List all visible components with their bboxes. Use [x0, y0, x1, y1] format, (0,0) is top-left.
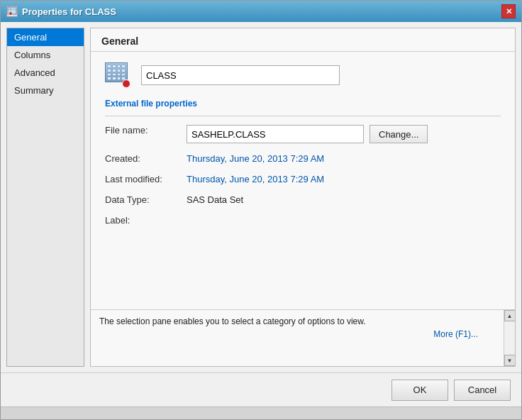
file-name-row: File name: Change... — [105, 125, 501, 143]
main-content: General Columns Advanced Summary General — [1, 22, 521, 372]
last-modified-label: Last modified: — [105, 174, 187, 184]
dataset-badge — [122, 79, 130, 88]
info-scrollbar: ▲ ▼ — [504, 310, 515, 366]
file-name-label: File name: — [105, 125, 187, 136]
content-area: General — [90, 28, 516, 367]
content-body: External file properties File name: Chan… — [91, 52, 515, 309]
svg-rect-3 — [9, 12, 12, 15]
content-header: General — [91, 28, 515, 52]
name-row — [105, 62, 501, 88]
data-type-label: Data Type: — [105, 194, 187, 205]
sidebar-item-summary[interactable]: Summary — [7, 82, 84, 99]
properties-window: Properties for CLASS ✕ General Columns A… — [0, 0, 522, 420]
info-area: The selection pane enables you to select… — [91, 309, 515, 366]
label-label: Label: — [105, 215, 187, 226]
data-type-row: Data Type: SAS Data Set — [105, 194, 501, 205]
created-label: Created: — [105, 153, 187, 164]
change-button[interactable]: Change... — [370, 125, 428, 143]
name-input[interactable] — [141, 65, 340, 85]
title-buttons: ✕ — [501, 4, 516, 18]
last-modified-value: Thursday, June 20, 2013 7:29 AM — [187, 174, 324, 184]
footer: OK Cancel — [1, 372, 521, 407]
last-modified-row: Last modified: Thursday, June 20, 2013 7… — [105, 174, 501, 184]
section-divider — [105, 116, 501, 116]
dataset-icon — [105, 62, 130, 88]
more-link[interactable]: More (F1)... — [433, 329, 478, 339]
data-type-value: SAS Data Set — [187, 194, 243, 205]
more-link-row: More (F1)... — [99, 329, 492, 339]
label-row: Label: — [105, 215, 501, 226]
window-title: Properties for CLASS — [22, 6, 116, 17]
window-icon — [6, 6, 18, 17]
close-button[interactable]: ✕ — [501, 4, 516, 18]
status-bar — [1, 407, 521, 419]
created-row: Created: Thursday, June 20, 2013 7:29 AM — [105, 153, 501, 164]
scroll-up-arrow[interactable]: ▲ — [504, 310, 516, 321]
title-bar-left: Properties for CLASS — [6, 6, 116, 17]
sidebar: General Columns Advanced Summary — [6, 28, 84, 367]
scroll-down-arrow[interactable]: ▼ — [504, 355, 516, 366]
section-label: External file properties — [105, 99, 501, 109]
title-bar: Properties for CLASS ✕ — [1, 1, 521, 22]
file-name-field-row: Change... — [187, 125, 428, 143]
created-value: Thursday, June 20, 2013 7:29 AM — [187, 153, 324, 164]
ok-button[interactable]: OK — [392, 380, 448, 401]
sidebar-item-advanced[interactable]: Advanced — [7, 64, 84, 82]
sidebar-item-columns[interactable]: Columns — [7, 46, 84, 64]
info-text: The selection pane enables you to select… — [99, 316, 366, 326]
file-name-input[interactable] — [187, 125, 364, 143]
cancel-button[interactable]: Cancel — [454, 380, 511, 401]
sidebar-item-general[interactable]: General — [7, 28, 84, 46]
